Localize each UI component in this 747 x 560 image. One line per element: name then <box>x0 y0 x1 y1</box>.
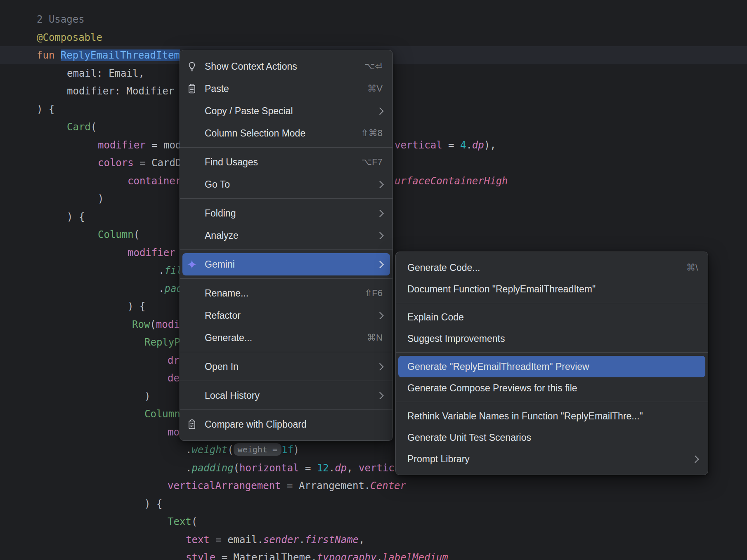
menu-item-go-to[interactable]: Go To <box>182 173 390 195</box>
code-token: @Composable <box>37 32 102 43</box>
menu-item-local-history[interactable]: Local History <box>182 384 390 407</box>
code-segment: ) <box>144 387 150 405</box>
code-token: ) <box>293 444 299 456</box>
code-token: 4 <box>460 139 466 151</box>
code-token: ) <box>98 193 104 205</box>
menu-shortcut: ⌘\ <box>686 262 698 273</box>
compare-clipboard-icon <box>187 419 205 430</box>
code-token: sender <box>263 534 299 546</box>
code-token: ), <box>484 139 496 151</box>
code-token: = <box>299 462 317 474</box>
menu-item-label: Analyze <box>205 230 366 241</box>
code-token: , <box>359 534 364 546</box>
menu-item-analyze[interactable]: Analyze <box>182 224 390 247</box>
code-token: vertical <box>395 139 442 151</box>
code-segment: ) { <box>67 208 85 226</box>
menu-shortcut: ⌘V <box>367 83 383 94</box>
submenu-chevron-icon <box>376 232 383 239</box>
code-token: ( <box>91 121 97 133</box>
menu-item-show-context-actions[interactable]: Show Context Actions⌥⏎ <box>182 55 390 78</box>
code-token: colors <box>98 157 134 169</box>
code-segment: ) { <box>37 100 54 118</box>
menu-item-open-in[interactable]: Open In <box>182 355 390 378</box>
code-token: ) <box>144 391 150 402</box>
menu-item-label: Refactor <box>205 310 366 321</box>
menu-item-compare-with-clipboard[interactable]: Compare with Clipboard <box>182 413 390 435</box>
menu-item-label: Column Selection Mode <box>205 128 348 139</box>
menu-separator <box>396 402 708 402</box>
menu-item-copy-paste-special[interactable]: Copy / Paste Special <box>182 100 390 122</box>
menu-item-explain-code[interactable]: Explain Code <box>398 306 705 328</box>
code-segment: ) { <box>128 297 145 315</box>
code-token: ( <box>234 462 239 474</box>
submenu-chevron-icon <box>376 363 383 370</box>
code-token: . <box>329 462 335 474</box>
code-token: ) { <box>128 301 145 312</box>
menu-item-rename[interactable]: Rename...⇧F6 <box>182 282 390 304</box>
code-segment: fun ReplyEmailThreadItem( <box>37 46 186 64</box>
menu-item-label: Prompt Library <box>407 454 682 465</box>
code-segment: email: Email, <box>67 64 144 82</box>
menu-item-label: Rename... <box>205 288 352 299</box>
code-token: urfaceContainerHigh <box>395 175 508 187</box>
menu-item-rethink-variable-names-in-function-replyemailthre[interactable]: Rethink Variable Names in Function "Repl… <box>398 405 705 427</box>
code-token: . <box>186 444 191 456</box>
code-token: 1f <box>281 444 293 456</box>
code-token: text <box>186 534 210 546</box>
code-segment: vertical = 4.dp), <box>395 136 496 154</box>
menu-shortcut: ⌥F7 <box>362 157 383 167</box>
code-segment: Column( <box>98 226 139 244</box>
menu-item-document-function-replyemailthreaditem[interactable]: Document Function "ReplyEmailThreadItem" <box>398 278 705 300</box>
menu-separator <box>396 303 708 303</box>
code-token: . <box>158 283 164 294</box>
menu-item-generate-replyemailthreaditem-preview[interactable]: Generate "ReplyEmailThreadItem" Preview <box>398 356 705 377</box>
menu-item-generate-compose-previews-for-this-file[interactable]: Generate Compose Previews for this file <box>398 377 705 399</box>
menu-shortcut: ⇧⌘8 <box>361 128 383 139</box>
code-segment: 2 Usages <box>37 10 85 28</box>
menu-item-folding[interactable]: Folding <box>182 202 390 224</box>
menu-item-label: Find Usages <box>205 157 349 168</box>
menu-item-suggest-improvements[interactable]: Suggest Improvements <box>398 328 705 349</box>
code-token: fun <box>37 49 54 61</box>
code-token: Text <box>168 516 191 527</box>
menu-item-label: Gemini <box>205 259 366 270</box>
submenu-chevron-icon <box>376 181 383 188</box>
code-token: 2 Usages <box>37 14 85 25</box>
selected-identifier: ReplyEmailThreadItem <box>61 49 180 61</box>
code-token: ( <box>134 229 139 240</box>
code-line: text = email.sender.firstName, <box>0 531 747 549</box>
code-token: ) { <box>144 498 162 510</box>
code-token: ( <box>227 444 233 456</box>
menu-separator <box>180 381 392 381</box>
menu-item-refactor[interactable]: Refactor <box>182 304 390 327</box>
code-segment: .weight(weight =1f) <box>186 441 299 459</box>
code-token: = MaterialTheme. <box>215 552 317 560</box>
menu-item-label: Generate... <box>205 332 355 344</box>
menu-item-paste[interactable]: Paste⌘V <box>182 78 390 100</box>
menu-item-generate[interactable]: Generate...⌘N <box>182 327 390 349</box>
code-token <box>54 49 60 61</box>
code-token: firstName <box>305 534 359 546</box>
code-token: = Arrangement. <box>281 480 371 492</box>
menu-item-prompt-library[interactable]: Prompt Library <box>398 448 705 470</box>
menu-item-column-selection-mode[interactable]: Column Selection Mode⇧⌘8 <box>182 122 390 144</box>
menu-item-gemini[interactable]: Gemini <box>182 253 390 275</box>
code-line: verticalArrangement = Arrangement.Center <box>0 477 747 495</box>
menu-item-generate-code[interactable]: Generate Code...⌘\ <box>398 257 705 278</box>
code-token: . <box>186 462 191 474</box>
menu-shortcut: ⇧F6 <box>364 288 383 299</box>
menu-item-label: Show Context Actions <box>205 61 352 72</box>
menu-item-find-usages[interactable]: Find Usages⌥F7 <box>182 151 390 173</box>
menu-item-label: Generate Code... <box>407 262 674 273</box>
code-segment: urfaceContainerHigh <box>395 172 508 190</box>
code-token: Row <box>132 319 150 330</box>
code-token: = <box>442 139 460 151</box>
code-token: . <box>466 139 472 151</box>
code-segment: ) <box>98 190 104 208</box>
menu-item-generate-unit-test-scenarios[interactable]: Generate Unit Test Scenarios <box>398 427 705 448</box>
inline-parameter-hint: weight = <box>234 443 281 456</box>
menu-item-label: Generate Unit Test Scenarios <box>407 432 698 443</box>
menu-item-label: Go To <box>205 179 366 190</box>
code-token: modifier <box>98 139 146 151</box>
code-token: email: Email, <box>67 68 144 79</box>
